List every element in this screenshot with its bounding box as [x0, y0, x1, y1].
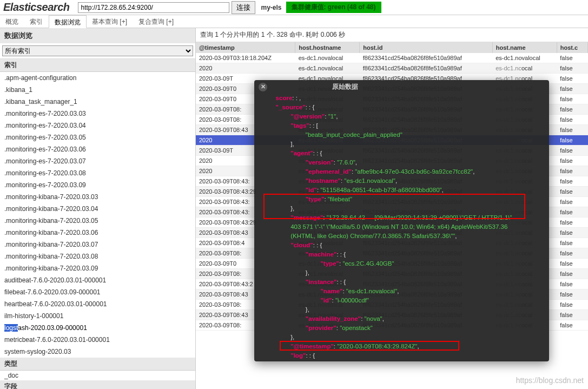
- index-item[interactable]: .monitoring-kibana-7-2020.03.05: [0, 215, 195, 227]
- index-item[interactable]: .monitoring-es-7-2020.03.04: [0, 120, 195, 131]
- col-header[interactable]: host.id: [360, 42, 492, 53]
- query-info: 查询 1 个分片中用的 1 个. 328 命中. 耗时 0.006 秒: [196, 28, 588, 42]
- col-header[interactable]: host.c: [557, 42, 587, 53]
- index-item[interactable]: metricbeat-7.6.0-2020.03.01-000001: [0, 334, 195, 346]
- index-list: .apm-agent-configuration.kibana_1.kibana…: [0, 72, 195, 358]
- index-item[interactable]: heartbeat-7.6.0-2020.03.01-000001: [0, 298, 195, 310]
- section-field: 字段: [0, 380, 195, 389]
- type-item[interactable]: _doc: [0, 371, 195, 380]
- section-type: 类型: [0, 358, 195, 371]
- index-item[interactable]: .monitoring-es-7-2020.03.09: [0, 179, 195, 191]
- index-item[interactable]: .monitoring-es-7-2020.03.07: [0, 155, 195, 167]
- health-badge: 集群健康值: green (48 of 48): [286, 2, 381, 13]
- close-icon[interactable]: ✕: [259, 83, 267, 91]
- connect-button[interactable]: 连接: [232, 1, 255, 14]
- overlay-title: 原始数据: [332, 82, 358, 91]
- table-header-row: @timestamphost.hostnamehost.idhost.nameh…: [196, 42, 588, 53]
- all-indices-select[interactable]: 所有索引: [2, 45, 193, 56]
- raw-data-overlay: ✕ 原始数据 score: : , "_source": : { "@versi…: [254, 80, 549, 361]
- overlay-header: ✕ 原始数据: [254, 80, 549, 94]
- tab-basic-query[interactable]: 基本查询 [+]: [87, 15, 133, 28]
- index-item[interactable]: system-syslog-2020.03: [0, 346, 195, 358]
- sidebar-title: 数据浏览: [0, 28, 195, 43]
- index-item[interactable]: .kibana_1: [0, 84, 195, 96]
- tab-browse[interactable]: 数据浏览: [49, 15, 87, 28]
- index-item[interactable]: .monitoring-kibana-7-2020.03.08: [0, 250, 195, 262]
- col-header[interactable]: @timestamp: [196, 42, 295, 53]
- app-logo: Elasticsearch: [3, 1, 69, 14]
- col-header[interactable]: host.hostname: [295, 42, 360, 53]
- cluster-url-input[interactable]: [78, 2, 229, 13]
- col-header[interactable]: host.name: [492, 42, 557, 53]
- table-row[interactable]: 2020-03-09T03:18:18.204Zes-dc1.novalocal…: [196, 53, 588, 63]
- index-item[interactable]: .apm-agent-configuration: [0, 72, 195, 84]
- cluster-name: my-els: [261, 4, 281, 11]
- index-item[interactable]: ilm-history-1-000001: [0, 310, 195, 322]
- index-item[interactable]: .monitoring-kibana-7-2020.03.09: [0, 262, 195, 274]
- tab-overview[interactable]: 概览: [0, 15, 24, 28]
- index-item[interactable]: .monitoring-es-7-2020.03.06: [0, 143, 195, 155]
- main-tabs: 概览 索引 数据浏览 基本查询 [+] 复合查询 [+]: [0, 15, 588, 28]
- index-item[interactable]: .monitoring-kibana-7-2020.03.07: [0, 239, 195, 250]
- index-item[interactable]: filebeat-7.6.0-2020.03.09-000001: [0, 286, 195, 298]
- index-item[interactable]: auditbeat-7.6.0-2020.03.01-000001: [0, 274, 195, 286]
- header-bar: Elasticsearch 连接 my-els 集群健康值: green (48…: [0, 0, 588, 15]
- index-item[interactable]: .monitoring-kibana-7-2020.03.04: [0, 203, 195, 215]
- json-viewer[interactable]: score: : , "_source": : { "@version": "1…: [254, 94, 549, 361]
- index-item[interactable]: .monitoring-es-7-2020.03.03: [0, 108, 195, 120]
- index-item[interactable]: .monitoring-kibana-7-2020.03.06: [0, 227, 195, 239]
- tab-compound-query[interactable]: 复合查询 [+]: [133, 15, 180, 28]
- index-item[interactable]: .monitoring-es-7-2020.03.05: [0, 131, 195, 143]
- watermark: https://blog.csdn.net: [516, 376, 584, 385]
- index-item[interactable]: .kibana_task_manager_1: [0, 96, 195, 108]
- section-index: 索引: [0, 59, 195, 72]
- table-row[interactable]: 2020es-dc1.novalocalf8623341cd254ba0826f…: [196, 63, 588, 74]
- tab-indices[interactable]: 索引: [24, 15, 49, 28]
- index-item[interactable]: .monitoring-es-7-2020.03.08: [0, 167, 195, 179]
- index-item[interactable]: logstash-2020.03.09-000001: [0, 322, 195, 334]
- sidebar: 数据浏览 所有索引 索引 .apm-agent-configuration.ki…: [0, 28, 196, 389]
- index-item[interactable]: .monitoring-kibana-7-2020.03.03: [0, 191, 195, 203]
